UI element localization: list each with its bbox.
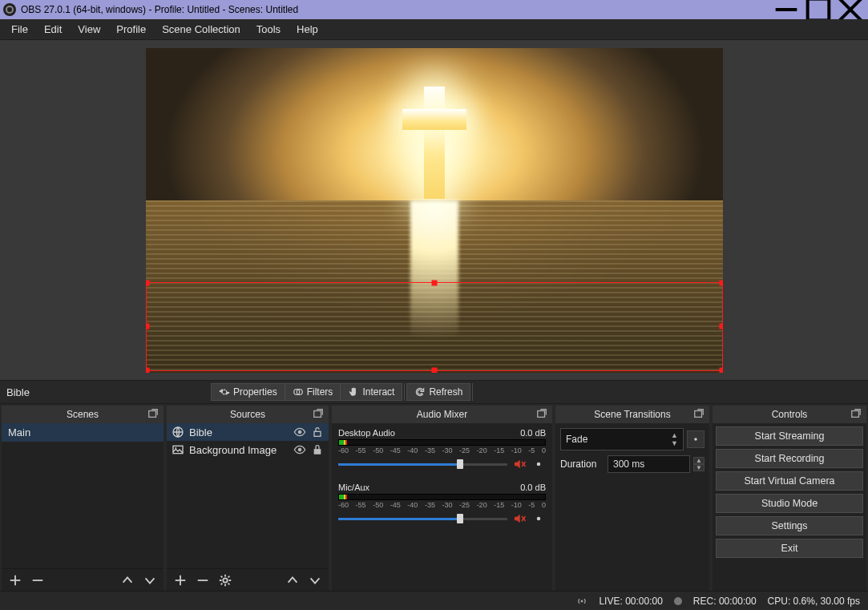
- gear-icon: [219, 386, 230, 398]
- popout-icon[interactable]: [536, 408, 549, 421]
- source-item[interactable]: Bible: [167, 423, 329, 441]
- transitions-body: Fade ▲▼ Duration 300 ms ▲▼: [555, 423, 709, 591]
- selection-box[interactable]: [146, 282, 723, 371]
- channel-name: Mic/Aux: [338, 483, 369, 492]
- menu-bar: File Edit View Profile Scene Collection …: [0, 19, 868, 40]
- svg-rect-29: [695, 411, 702, 418]
- transition-select[interactable]: Fade ▲▼: [560, 428, 684, 450]
- visibility-toggle[interactable]: [293, 443, 306, 456]
- dock-panels: Scenes Main Sources Bible: [0, 404, 868, 591]
- svg-rect-17: [314, 449, 321, 454]
- move-scene-down-button[interactable]: [143, 573, 157, 588]
- preview-area: [0, 40, 868, 380]
- meter-ticks: -60-55-50-45-40-35-30-25-20-15-10-50: [338, 446, 546, 454]
- channel-settings-button[interactable]: [531, 457, 546, 471]
- selected-source-name: Bible: [6, 386, 163, 398]
- preview-canvas[interactable]: [146, 48, 723, 373]
- duration-input[interactable]: 300 ms: [608, 455, 690, 473]
- add-scene-button[interactable]: [8, 573, 22, 588]
- start-recording-button[interactable]: Start Recording: [716, 449, 863, 468]
- volume-slider[interactable]: [338, 462, 507, 467]
- move-source-down-button[interactable]: [308, 573, 322, 588]
- transitions-header: Scene Transitions: [555, 406, 709, 423]
- svg-point-15: [175, 447, 176, 449]
- visibility-toggle[interactable]: [293, 426, 306, 438]
- interact-button[interactable]: Interact: [341, 383, 402, 401]
- lock-toggle[interactable]: [311, 443, 324, 456]
- menu-scene-collection[interactable]: Scene Collection: [154, 22, 248, 37]
- meter-ticks: -60-55-50-45-40-35-30-25-20-15-10-50: [338, 501, 546, 509]
- start-streaming-button[interactable]: Start Streaming: [716, 426, 863, 446]
- add-source-button[interactable]: [173, 573, 188, 588]
- svg-point-25: [537, 463, 541, 467]
- popout-icon[interactable]: [313, 408, 325, 421]
- cross-glow-graphic: [402, 87, 466, 199]
- scenes-panel: Scenes Main: [2, 406, 164, 591]
- popout-icon[interactable]: [693, 408, 706, 421]
- mute-button[interactable]: [512, 511, 527, 526]
- mixer-channel: Desktop Audio 0.0 dB -60-55-50-45-40-35-…: [338, 428, 546, 471]
- properties-button[interactable]: Properties: [211, 383, 285, 401]
- svg-rect-6: [149, 411, 156, 418]
- move-scene-up-button[interactable]: [120, 573, 135, 588]
- svg-rect-1: [808, 0, 830, 20]
- mute-button[interactable]: [512, 457, 527, 471]
- record-indicator-icon: [674, 597, 682, 605]
- source-label: Bible: [189, 426, 289, 438]
- audio-mixer-panel: Audio Mixer Desktop Audio 0.0 dB -60-55-…: [332, 406, 552, 591]
- start-virtual-camera-button[interactable]: Start Virtual Camera: [716, 471, 863, 491]
- menu-tools[interactable]: Tools: [248, 22, 289, 37]
- svg-point-32: [581, 600, 583, 601]
- remove-scene-button[interactable]: [30, 573, 45, 588]
- hand-icon: [348, 386, 359, 398]
- globe-icon: [172, 426, 184, 438]
- volume-slider[interactable]: [338, 516, 507, 521]
- minimize-button[interactable]: [770, 0, 802, 19]
- mixer-channel: Mic/Aux 0.0 dB -60-55-50-45-40-35-30-25-…: [338, 483, 546, 526]
- channel-level: 0.0 dB: [520, 483, 546, 492]
- menu-help[interactable]: Help: [289, 22, 326, 37]
- scene-item[interactable]: Main: [2, 423, 164, 442]
- channel-settings-button[interactable]: [531, 511, 546, 526]
- studio-mode-button[interactable]: Studio Mode: [716, 494, 863, 513]
- popout-icon[interactable]: [147, 408, 160, 421]
- menu-profile[interactable]: Profile: [108, 22, 154, 37]
- sources-panel: Sources Bible Background Image: [167, 406, 329, 591]
- live-status: LIVE: 00:00:00: [599, 596, 662, 607]
- mixer-body: Desktop Audio 0.0 dB -60-55-50-45-40-35-…: [332, 423, 552, 591]
- menu-view[interactable]: View: [70, 22, 108, 37]
- svg-rect-22: [538, 411, 545, 418]
- duration-stepper[interactable]: ▲▼: [693, 457, 704, 471]
- vu-meter: [338, 494, 546, 500]
- svg-rect-31: [852, 411, 859, 418]
- svg-rect-13: [314, 431, 321, 436]
- settings-button[interactable]: Settings: [716, 516, 863, 535]
- venn-icon: [293, 386, 304, 398]
- cpu-status: CPU: 0.6%, 30.00 fps: [768, 596, 860, 607]
- refresh-button[interactable]: Refresh: [406, 383, 470, 401]
- lock-toggle[interactable]: [311, 426, 324, 438]
- menu-edit[interactable]: Edit: [36, 22, 70, 37]
- refresh-icon: [414, 386, 426, 398]
- channel-name: Desktop Audio: [338, 428, 395, 438]
- source-properties-button[interactable]: [218, 573, 232, 588]
- scenes-toolbar: [2, 568, 164, 591]
- vu-meter: [338, 439, 546, 446]
- popout-icon[interactable]: [850, 408, 863, 421]
- maximize-button[interactable]: [802, 0, 834, 19]
- move-source-up-button[interactable]: [285, 573, 300, 588]
- menu-file[interactable]: File: [3, 22, 36, 37]
- source-context-bar: Bible Properties Filters Interact Refres…: [0, 380, 868, 404]
- channel-level: 0.0 dB: [520, 428, 546, 438]
- transitions-panel: Scene Transitions Fade ▲▼ Duration 300 m…: [555, 406, 709, 591]
- filters-button[interactable]: Filters: [285, 383, 341, 401]
- source-item[interactable]: Background Image: [167, 441, 329, 459]
- mixer-header: Audio Mixer: [332, 406, 552, 423]
- close-button[interactable]: [834, 0, 866, 19]
- window-title: OBS 27.0.1 (64-bit, windows) - Profile: …: [21, 4, 770, 15]
- exit-button[interactable]: Exit: [716, 539, 863, 558]
- svg-rect-10: [314, 411, 321, 418]
- remove-source-button[interactable]: [196, 573, 210, 588]
- window-titlebar: OBS 27.0.1 (64-bit, windows) - Profile: …: [0, 0, 868, 19]
- transition-settings-button[interactable]: [687, 430, 704, 448]
